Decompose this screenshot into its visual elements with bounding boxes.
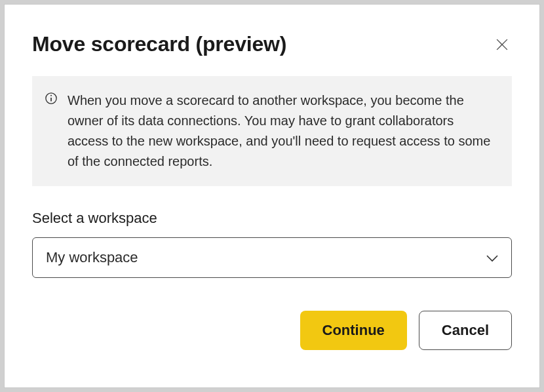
dialog-title: Move scorecard (preview) bbox=[32, 32, 286, 56]
cancel-button[interactable]: Cancel bbox=[419, 311, 512, 350]
chevron-down-icon bbox=[486, 249, 498, 266]
info-banner: When you move a scorecard to another wor… bbox=[32, 76, 512, 186]
move-scorecard-dialog: Move scorecard (preview) When you move a… bbox=[4, 4, 540, 388]
workspace-select[interactable]: My workspace bbox=[32, 237, 512, 278]
info-message: When you move a scorecard to another wor… bbox=[68, 90, 494, 172]
dialog-footer: Continue Cancel bbox=[32, 311, 512, 350]
info-icon bbox=[45, 92, 57, 172]
svg-point-4 bbox=[50, 95, 52, 96]
workspace-field-label: Select a workspace bbox=[32, 210, 512, 227]
close-icon bbox=[496, 39, 508, 52]
workspace-select-value: My workspace bbox=[46, 249, 486, 266]
close-button[interactable] bbox=[492, 35, 512, 56]
dialog-header: Move scorecard (preview) bbox=[32, 32, 512, 56]
continue-button[interactable]: Continue bbox=[300, 311, 407, 350]
